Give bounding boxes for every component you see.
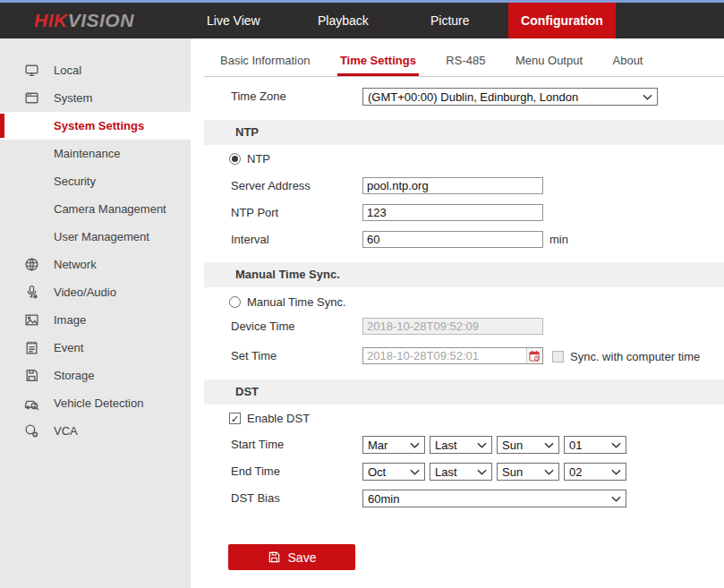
save-disk-icon [268, 550, 281, 564]
sidebar-item-vehicle-detection[interactable]: Vehicle Detection [0, 389, 191, 417]
interval-unit-label: min [549, 231, 568, 248]
sidebar-item-label: Image [54, 313, 86, 327]
sidebar-item-label: VCA [54, 424, 78, 438]
chevron-down-icon [477, 469, 487, 475]
sidebar-item-camera-management[interactable]: Camera Management [0, 195, 191, 223]
storage-disk-icon [24, 368, 39, 383]
sidebar-item-event[interactable]: Event [0, 334, 191, 362]
device-time-input [362, 318, 543, 335]
sync-with-computer-time-label: Sync. with computer time [570, 350, 700, 363]
end-hour-value: 02 [569, 465, 609, 479]
start-hour-value: 01 [569, 439, 609, 452]
start-week-value: Last [435, 439, 474, 452]
set-time-label: Set Time [231, 347, 277, 365]
sidebar-item-label: Video/Audio [54, 285, 116, 299]
enable-dst-label: Enable DST [247, 412, 310, 425]
sidebar-item-system-settings[interactable]: System Settings [0, 112, 191, 140]
checkbox-checked-icon[interactable]: ✓ [229, 413, 241, 424]
end-hour-select[interactable]: 02 [564, 463, 626, 481]
manual-time-sync-radio-label: Manual Time Sync. [247, 295, 346, 309]
end-day-select[interactable]: Sun [497, 463, 559, 481]
ntp-radio-label: NTP [247, 152, 270, 166]
manual-time-sync-radio[interactable]: Manual Time Sync. [229, 295, 346, 309]
sidebar-item-system[interactable]: System [0, 84, 191, 112]
main-content: Basic Information Time Settings RS-485 M… [191, 38, 724, 588]
end-month-select[interactable]: Oct [362, 463, 425, 481]
nav-live-view[interactable]: Live View [207, 3, 260, 38]
end-month-value: Oct [368, 465, 407, 479]
sidebar-item-label: System [54, 91, 92, 105]
device-time-label: Device Time [231, 318, 295, 336]
nav-configuration-active[interactable]: Configuration [508, 3, 616, 38]
dst-bias-label: DST Bias [231, 490, 280, 507]
header-bar: HIKVISION Live View Playback Picture Con… [0, 3, 724, 38]
ntp-radio[interactable]: NTP [229, 152, 270, 166]
sidebar-item-maintenance[interactable]: Maintenance [0, 140, 191, 167]
system-window-icon [24, 90, 39, 106]
set-time-input[interactable]: 2018-10-28T09:52:01 [362, 347, 543, 364]
settings-tab-bar: Basic Information Time Settings RS-485 M… [204, 49, 724, 77]
sidebar-item-local[interactable]: Local [0, 56, 191, 84]
sidebar-item-image[interactable]: Image [0, 306, 191, 334]
radio-selected-icon[interactable] [229, 153, 241, 165]
set-time-value[interactable]: 2018-10-28T09:52:01 [363, 349, 526, 362]
time-zone-label: Time Zone [231, 88, 286, 106]
start-month-select[interactable]: Mar [362, 436, 425, 454]
checkbox-unchecked-icon[interactable] [552, 351, 564, 362]
monitor-icon [24, 63, 39, 78]
vca-icon [24, 423, 39, 439]
server-address-input[interactable] [362, 177, 543, 194]
interval-input[interactable] [362, 231, 543, 248]
sync-with-computer-time-checkbox[interactable]: Sync. with computer time [552, 350, 700, 363]
start-time-label: Start Time [231, 436, 284, 454]
tab-about[interactable]: About [610, 49, 646, 76]
tab-basic-information[interactable]: Basic Information [217, 49, 312, 76]
end-week-value: Last [435, 465, 474, 479]
manual-time-sync-section-header: Manual Time Sync. [204, 262, 724, 287]
image-icon [24, 312, 39, 328]
end-week-select[interactable]: Last [430, 463, 492, 481]
save-button[interactable]: Save [228, 544, 355, 570]
sidebar-item-video-audio[interactable]: Video/Audio [0, 278, 191, 306]
sidebar-item-label: Storage [54, 369, 95, 382]
tab-menu-output[interactable]: Menu Output [513, 49, 585, 76]
start-week-select[interactable]: Last [430, 436, 492, 454]
vehicle-search-icon [24, 396, 39, 411]
nav-picture[interactable]: Picture [430, 3, 470, 38]
sidebar-item-security[interactable]: Security [0, 167, 191, 195]
chevron-down-icon [611, 496, 621, 502]
logo-vision-text: VISION [68, 10, 134, 30]
time-zone-select[interactable]: (GMT+00:00) Dublin, Edinburgh, London [362, 88, 658, 106]
chevron-down-icon [611, 469, 621, 475]
dst-bias-select[interactable]: 60min [362, 490, 626, 507]
tab-time-settings[interactable]: Time Settings [337, 49, 419, 76]
logo-hik-text: HIK [34, 10, 68, 30]
calendar-clock-icon [529, 350, 541, 362]
end-day-value: Sun [502, 465, 541, 479]
start-hour-select[interactable]: 01 [564, 436, 626, 454]
radio-unselected-icon[interactable] [229, 296, 241, 308]
dst-bias-value: 60min [368, 492, 609, 506]
sidebar-item-label: Network [54, 258, 97, 271]
enable-dst-checkbox[interactable]: ✓ Enable DST [229, 412, 310, 425]
sidebar-item-label: System Settings [54, 119, 144, 132]
sidebar-item-user-management[interactable]: User Management [0, 223, 191, 251]
sidebar-item-storage[interactable]: Storage [0, 362, 191, 389]
ntp-port-input[interactable] [362, 204, 543, 221]
ntp-section-header: NTP [204, 120, 724, 145]
event-calendar-icon [24, 340, 39, 355]
time-zone-value: (GMT+00:00) Dublin, Edinburgh, London [368, 90, 640, 104]
start-day-select[interactable]: Sun [497, 436, 559, 454]
hikvision-logo: HIKVISION [34, 3, 134, 38]
sidebar-item-vca[interactable]: VCA [0, 417, 191, 445]
sidebar-item-network[interactable]: Network [0, 251, 191, 278]
dst-section-header: DST [204, 379, 724, 405]
sidebar-item-label: Maintenance [54, 147, 120, 160]
nav-playback[interactable]: Playback [318, 3, 369, 38]
sidebar-item-label: User Management [54, 230, 149, 243]
calendar-picker-button[interactable] [526, 348, 542, 363]
save-button-label: Save [288, 550, 317, 565]
sidebar: Local System System Settings Maintenance… [0, 38, 191, 588]
sidebar-menu: Local System System Settings Maintenance… [0, 56, 191, 445]
tab-rs-485[interactable]: RS-485 [443, 49, 488, 76]
